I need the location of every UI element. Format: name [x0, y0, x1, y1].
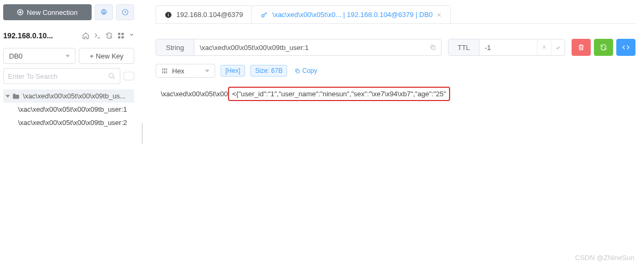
new-connection-button[interactable]: New Connection — [3, 4, 92, 20]
copy-value-label: Copy — [302, 67, 317, 74]
size-tag: Size: 67B — [250, 65, 287, 77]
tab-bar: 192.168.0.104@6379 \xac\xed\x00\x05t\x0.… — [147, 3, 644, 23]
svg-rect-15 — [166, 69, 167, 71]
svg-rect-3 — [118, 33, 120, 35]
ttl-field-group: TTL -1 × — [448, 39, 565, 56]
tree-item[interactable]: \xac\xed\x00\x05t\x00\x09tb_user:1 — [3, 103, 134, 116]
key-name-input[interactable] — [194, 39, 425, 55]
gear-icon — [100, 9, 108, 16]
connection-header: 192.168.0.10... — [3, 29, 134, 43]
svg-rect-14 — [164, 69, 165, 71]
refresh-icon[interactable] — [105, 32, 113, 39]
view-mode-select[interactable]: Hex — [156, 64, 215, 78]
tab-key-active[interactable]: \xac\xed\x00\x05t\x0... | 192.168.0.104@… — [251, 5, 450, 23]
svg-rect-6 — [121, 36, 124, 38]
new-key-label: New Key — [96, 52, 124, 60]
svg-point-7 — [109, 73, 113, 78]
plus-circle-icon — [17, 9, 23, 15]
sidebar: New Connection 192.168.0.10... — [0, 0, 137, 267]
key-icon — [260, 11, 268, 19]
folder-icon — [12, 93, 20, 99]
key-field-group: String — [156, 39, 442, 56]
key-tree: \xac\xed\x00\x05t\x00\x09tb_us... \xac\x… — [3, 89, 134, 129]
svg-rect-18 — [166, 71, 167, 73]
db-select-value: DB0 — [9, 52, 22, 60]
search-box — [3, 68, 120, 84]
refresh-key-button[interactable] — [594, 39, 613, 56]
svg-rect-19 — [297, 70, 300, 73]
copy-key-button[interactable] — [425, 39, 441, 55]
tab-server-info-label: 192.168.0.104@6379 — [176, 11, 243, 19]
delete-key-button[interactable] — [572, 39, 591, 56]
value-highlight: <{"user_id":"1","user_name":"ninesun","s… — [228, 87, 451, 101]
connection-name: 192.168.0.10... — [3, 31, 53, 40]
svg-rect-12 — [432, 46, 435, 49]
binary-icon — [161, 68, 168, 74]
format-button[interactable] — [616, 39, 635, 56]
svg-rect-17 — [164, 71, 165, 73]
caret-down-icon — [6, 95, 10, 97]
info-icon — [165, 11, 172, 19]
search-icon[interactable] — [108, 72, 116, 80]
ttl-value[interactable]: -1 — [479, 39, 537, 55]
clock-icon — [121, 9, 129, 16]
new-key-button[interactable]: + New Key — [79, 48, 134, 64]
watermark: CSDN @ZNineSun — [575, 254, 634, 262]
svg-point-11 — [262, 14, 265, 17]
tab-key-label: \xac\xed\x00\x05t\x0... | 192.168.0.104@… — [272, 11, 433, 19]
key-type-label: String — [156, 39, 194, 55]
exact-match-toggle[interactable] — [124, 72, 134, 80]
trash-icon — [577, 44, 585, 51]
svg-rect-16 — [162, 71, 164, 73]
db-select[interactable]: DB0 — [3, 48, 76, 64]
value-display[interactable]: \xac\xed\x00\x05t\x00<{"user_id":"1","us… — [156, 81, 635, 106]
tab-server-info[interactable]: 192.168.0.104@6379 — [156, 5, 252, 23]
new-connection-label: New Connection — [27, 9, 77, 16]
svg-rect-5 — [118, 36, 120, 38]
tree-folder-label: \xac\xed\x00\x05t\x00\x09tb_us... — [23, 92, 126, 100]
ttl-save-button[interactable] — [551, 39, 565, 55]
grid-icon[interactable] — [117, 32, 125, 39]
terminal-icon[interactable] — [94, 32, 101, 39]
code-icon — [622, 44, 630, 51]
main-panel: 192.168.0.104@6379 \xac\xed\x00\x05t\x0.… — [147, 0, 644, 267]
svg-point-1 — [103, 11, 105, 13]
close-icon[interactable]: × — [437, 11, 441, 19]
copy-value-button[interactable]: Copy — [292, 65, 319, 77]
refresh-icon — [600, 44, 607, 51]
log-button[interactable] — [116, 4, 134, 20]
ttl-clear-button[interactable]: × — [537, 39, 551, 55]
search-input[interactable] — [8, 72, 108, 80]
home-icon[interactable] — [82, 32, 89, 39]
tree-folder[interactable]: \xac\xed\x00\x05t\x00\x09tb_us... — [3, 89, 134, 103]
settings-button[interactable] — [95, 4, 113, 20]
copy-icon — [295, 68, 300, 74]
view-mode-value: Hex — [172, 67, 184, 75]
hex-tag[interactable]: [Hex] — [221, 65, 245, 77]
value-prefix: \xac\xed\x00\x05t\x00 — [161, 90, 228, 98]
ttl-label: TTL — [449, 39, 479, 55]
svg-rect-9 — [168, 14, 168, 16]
svg-rect-13 — [162, 69, 164, 71]
svg-rect-10 — [168, 13, 168, 13]
plus-icon: + — [89, 52, 94, 60]
pane-resize-handle[interactable] — [137, 0, 147, 267]
svg-rect-4 — [121, 33, 124, 35]
tree-item[interactable]: \xac\xed\x00\x05t\x00\x09tb_user:2 — [3, 116, 134, 129]
chevron-down-icon[interactable] — [129, 32, 134, 39]
